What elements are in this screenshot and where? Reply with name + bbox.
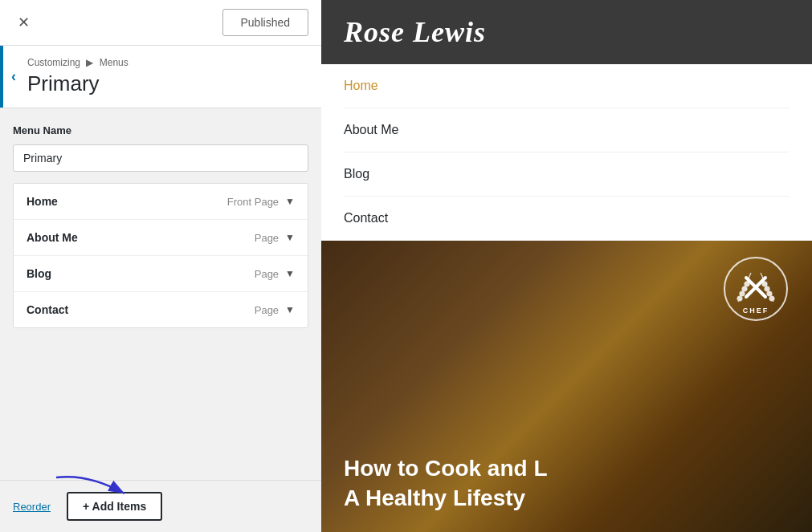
chevron-down-icon: ▼ [285,232,295,243]
chevron-down-icon: ▼ [285,268,295,279]
chevron-down-icon: ▼ [285,196,295,207]
svg-point-3 [740,291,745,296]
menu-item-about-me-type: Page ▼ [255,232,295,244]
menu-item-contact[interactable]: Contact Page ▼ [14,292,308,327]
close-button[interactable]: ✕ [13,12,35,33]
section-header-text: Customizing ▶ Menus Primary [27,57,129,96]
site-nav: Home About Me Blog Contact [321,64,812,241]
menu-item-blog-name: Blog [27,267,51,280]
hero-title: How to Cook and L A Healthy Lifesty [344,454,548,513]
menu-item-home-name: Home [27,195,58,208]
breadcrumb-arrow: ▶ [86,57,96,68]
back-button[interactable]: ‹ [0,68,27,85]
menu-item-about-me-name: About Me [27,231,78,244]
panel-footer: Reorder + Add Items [0,480,321,532]
section-title: Primary [27,71,129,96]
right-panel: Rose Lewis Home About Me Blog Contact [321,0,812,532]
site-header: Rose Lewis [321,0,812,64]
add-items-button[interactable]: + Add Items [67,492,162,521]
chevron-down-icon: ▼ [285,304,295,315]
menu-item-about-me[interactable]: About Me Page ▼ [14,220,308,256]
chef-circle: CHEF [724,257,788,321]
section-header: ‹ Customizing ▶ Menus Primary [0,46,321,108]
svg-point-9 [765,286,769,291]
chef-label: CHEF [743,307,769,315]
site-hero: CHEF How to Cook and L A Healthy Lifesty [321,241,812,532]
published-button[interactable]: Published [222,9,309,36]
nav-item-about-me[interactable]: About Me [344,108,790,152]
menu-name-input[interactable] [13,144,308,172]
menu-item-contact-name: Contact [27,303,68,316]
left-panel: ✕ Published ‹ Customizing ▶ Menus Primar… [0,0,321,532]
reorder-button[interactable]: Reorder [13,501,51,513]
menu-name-label: Menu Name [13,124,308,136]
menu-item-home[interactable]: Home Front Page ▼ [14,184,308,220]
nav-item-blog[interactable]: Blog [344,152,790,197]
blue-accent-bar [0,46,3,108]
svg-point-7 [769,296,774,301]
nav-item-contact[interactable]: Contact [344,197,790,240]
menu-item-contact-type: Page ▼ [255,304,295,316]
hero-text: How to Cook and L A Healthy Lifesty [344,454,548,513]
svg-point-8 [767,291,772,296]
site-logo: Rose Lewis [344,15,486,49]
nav-item-home[interactable]: Home [344,64,790,108]
menu-item-blog[interactable]: Blog Page ▼ [14,256,308,292]
chef-badge: CHEF [724,257,788,321]
svg-point-2 [737,296,742,301]
chef-emblem-icon [732,263,780,311]
breadcrumb: Customizing ▶ Menus [27,57,129,68]
svg-point-4 [742,286,747,291]
top-bar: ✕ Published [0,0,321,46]
menu-item-blog-type: Page ▼ [255,268,295,280]
content-area: Menu Name Home Front Page ▼ About Me Pag… [0,108,321,480]
menu-item-home-type: Front Page ▼ [227,196,295,208]
menu-items-list: Home Front Page ▼ About Me Page ▼ Blog P… [13,183,308,328]
